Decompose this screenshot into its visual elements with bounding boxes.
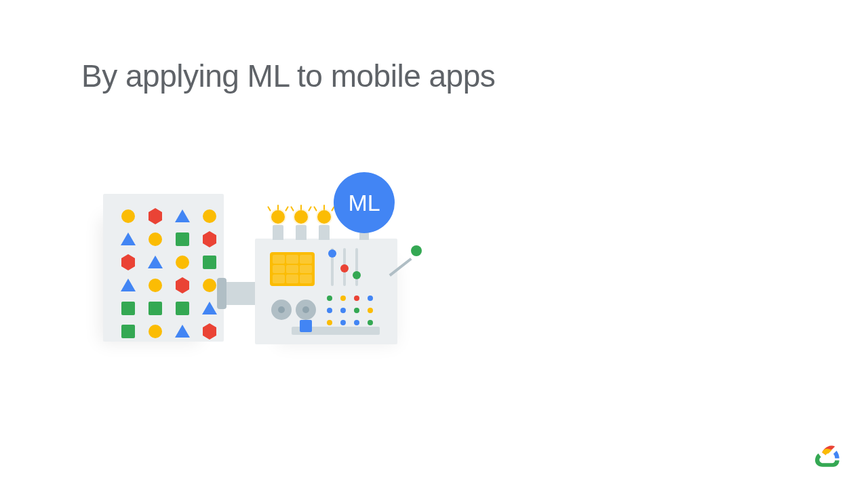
matrix-dot-icon — [354, 308, 359, 313]
ml-illustration: ML — [75, 169, 427, 366]
shape-square-icon — [149, 302, 162, 315]
shape-circle-icon — [203, 209, 216, 223]
shape-triangle-icon — [175, 325, 190, 338]
slider-icon — [343, 248, 346, 286]
shape-square-icon — [203, 256, 216, 269]
shape-square-icon — [121, 325, 135, 338]
shape-hex-icon — [149, 212, 162, 220]
shape-triangle-icon — [202, 302, 217, 314]
machine-bulbs — [270, 210, 332, 240]
ml-badge: ML — [334, 172, 395, 233]
matrix-dot-icon — [327, 296, 332, 301]
shape-hex-icon — [203, 327, 216, 336]
shape-circle-icon — [149, 279, 162, 292]
machine-dot-matrix — [327, 296, 376, 328]
matrix-dot-icon — [354, 320, 359, 325]
shape-triangle-icon — [121, 279, 136, 291]
data-shape-grid — [118, 206, 220, 342]
shape-hex-icon — [121, 258, 135, 266]
matrix-dot-icon — [327, 320, 332, 325]
matrix-dot-icon — [327, 308, 332, 313]
bulb-icon — [316, 210, 332, 240]
tray-cube-icon — [300, 320, 312, 332]
slide: By applying ML to mobile apps ML — [0, 0, 868, 488]
machine-lever — [391, 249, 418, 277]
matrix-dot-icon — [368, 308, 373, 313]
shape-triangle-icon — [148, 256, 163, 268]
matrix-dot-icon — [354, 296, 359, 301]
machine-chip-icon — [270, 252, 315, 286]
shape-square-icon — [121, 302, 135, 315]
shape-hex-icon — [203, 235, 216, 243]
shape-triangle-icon — [175, 209, 190, 222]
slider-icon — [331, 248, 334, 286]
google-cloud-logo-icon — [815, 445, 841, 468]
shape-circle-icon — [149, 232, 162, 246]
slide-title: By applying ML to mobile apps — [81, 58, 495, 94]
shape-square-icon — [176, 232, 189, 246]
reel-icon — [296, 300, 316, 320]
matrix-dot-icon — [340, 320, 346, 325]
bulb-icon — [293, 210, 309, 240]
machine-reels — [271, 300, 316, 320]
data-panel — [103, 194, 224, 342]
shape-circle-icon — [203, 279, 216, 292]
shape-circle-icon — [176, 256, 189, 269]
matrix-dot-icon — [340, 296, 346, 301]
shape-hex-icon — [176, 281, 189, 289]
slider-icon — [355, 248, 358, 286]
machine-sliders — [331, 248, 358, 286]
shape-circle-icon — [149, 325, 162, 338]
shape-triangle-icon — [121, 232, 136, 245]
matrix-dot-icon — [368, 296, 373, 301]
shape-square-icon — [176, 302, 189, 315]
matrix-dot-icon — [340, 308, 346, 313]
bulb-icon — [270, 210, 286, 240]
reel-icon — [271, 300, 292, 320]
shape-circle-icon — [121, 209, 135, 223]
matrix-dot-icon — [368, 320, 373, 325]
